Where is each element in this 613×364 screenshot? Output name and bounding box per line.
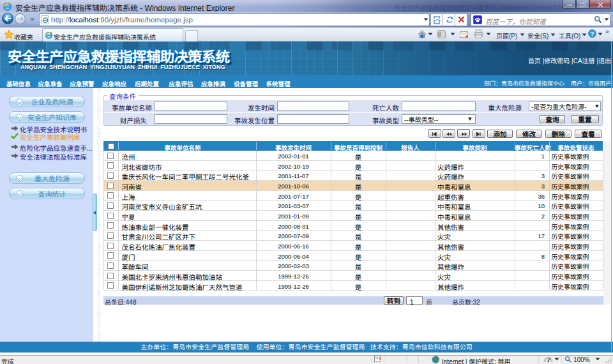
svg-text:?: ? (591, 31, 594, 37)
